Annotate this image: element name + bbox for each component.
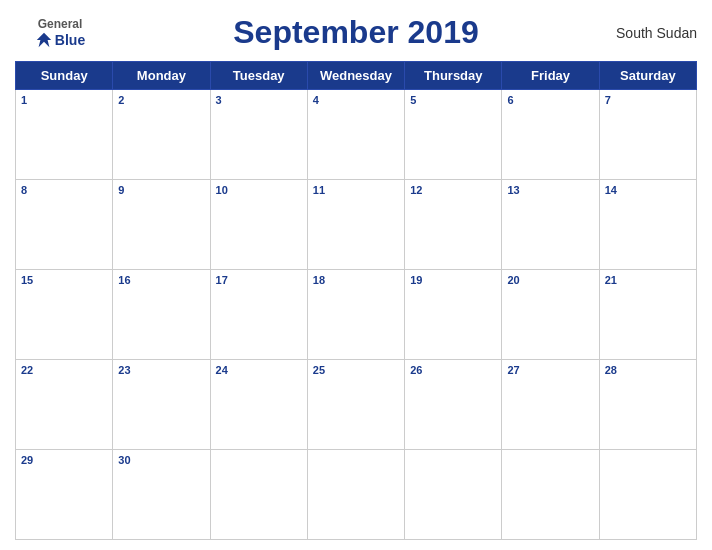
calendar-day-cell: 13 — [502, 180, 599, 270]
calendar-day-cell — [405, 450, 502, 540]
calendar-day-cell: 9 — [113, 180, 210, 270]
day-number: 20 — [507, 274, 519, 286]
svg-marker-0 — [37, 32, 51, 46]
day-number: 6 — [507, 94, 513, 106]
day-number: 18 — [313, 274, 325, 286]
logo-blue: Blue — [35, 31, 85, 49]
calendar-table: Sunday Monday Tuesday Wednesday Thursday… — [15, 61, 697, 540]
calendar-day-cell — [307, 450, 404, 540]
day-number: 16 — [118, 274, 130, 286]
calendar-day-cell: 11 — [307, 180, 404, 270]
calendar-day-cell: 23 — [113, 360, 210, 450]
day-number: 14 — [605, 184, 617, 196]
calendar-day-cell: 1 — [16, 90, 113, 180]
calendar-day-cell: 7 — [599, 90, 696, 180]
day-number: 22 — [21, 364, 33, 376]
calendar-day-cell: 20 — [502, 270, 599, 360]
calendar-day-cell: 25 — [307, 360, 404, 450]
calendar-day-cell: 4 — [307, 90, 404, 180]
calendar-day-cell: 15 — [16, 270, 113, 360]
calendar-week-row: 15161718192021 — [16, 270, 697, 360]
header-friday: Friday — [502, 62, 599, 90]
logo-bird-icon — [35, 31, 53, 49]
calendar-day-cell: 28 — [599, 360, 696, 450]
calendar-day-cell: 19 — [405, 270, 502, 360]
day-number: 15 — [21, 274, 33, 286]
calendar-day-cell — [502, 450, 599, 540]
header-wednesday: Wednesday — [307, 62, 404, 90]
day-number: 25 — [313, 364, 325, 376]
day-number: 29 — [21, 454, 33, 466]
calendar-day-cell: 30 — [113, 450, 210, 540]
calendar-week-row: 22232425262728 — [16, 360, 697, 450]
day-number: 5 — [410, 94, 416, 106]
day-number: 1 — [21, 94, 27, 106]
day-number: 17 — [216, 274, 228, 286]
calendar-day-cell: 18 — [307, 270, 404, 360]
calendar-day-cell: 26 — [405, 360, 502, 450]
calendar-day-cell: 6 — [502, 90, 599, 180]
calendar-week-row: 2930 — [16, 450, 697, 540]
header-thursday: Thursday — [405, 62, 502, 90]
day-number: 30 — [118, 454, 130, 466]
calendar-day-cell — [599, 450, 696, 540]
day-number: 4 — [313, 94, 319, 106]
calendar-week-row: 1234567 — [16, 90, 697, 180]
calendar-day-cell: 17 — [210, 270, 307, 360]
day-number: 19 — [410, 274, 422, 286]
day-number: 8 — [21, 184, 27, 196]
logo-general: General — [38, 17, 83, 31]
logo: General Blue — [15, 17, 105, 49]
day-number: 24 — [216, 364, 228, 376]
header-sunday: Sunday — [16, 62, 113, 90]
calendar-day-cell: 12 — [405, 180, 502, 270]
header-monday: Monday — [113, 62, 210, 90]
day-number: 26 — [410, 364, 422, 376]
header-tuesday: Tuesday — [210, 62, 307, 90]
day-number: 2 — [118, 94, 124, 106]
day-number: 11 — [313, 184, 325, 196]
day-number: 7 — [605, 94, 611, 106]
calendar-day-cell — [210, 450, 307, 540]
calendar-day-cell: 27 — [502, 360, 599, 450]
calendar-day-cell: 24 — [210, 360, 307, 450]
header-saturday: Saturday — [599, 62, 696, 90]
calendar-day-cell: 2 — [113, 90, 210, 180]
day-number: 10 — [216, 184, 228, 196]
day-number: 27 — [507, 364, 519, 376]
calendar-day-cell: 10 — [210, 180, 307, 270]
country-label: South Sudan — [607, 25, 697, 41]
calendar-day-cell: 5 — [405, 90, 502, 180]
calendar-day-cell: 8 — [16, 180, 113, 270]
calendar-week-row: 891011121314 — [16, 180, 697, 270]
day-number: 9 — [118, 184, 124, 196]
calendar-day-cell: 3 — [210, 90, 307, 180]
calendar-title: September 2019 — [233, 14, 478, 51]
calendar-header: General Blue September 2019 South Sudan — [15, 10, 697, 55]
calendar-day-cell: 22 — [16, 360, 113, 450]
weekday-header-row: Sunday Monday Tuesday Wednesday Thursday… — [16, 62, 697, 90]
day-number: 28 — [605, 364, 617, 376]
day-number: 12 — [410, 184, 422, 196]
day-number: 13 — [507, 184, 519, 196]
calendar-day-cell: 29 — [16, 450, 113, 540]
calendar-day-cell: 14 — [599, 180, 696, 270]
day-number: 21 — [605, 274, 617, 286]
day-number: 23 — [118, 364, 130, 376]
day-number: 3 — [216, 94, 222, 106]
calendar-day-cell: 21 — [599, 270, 696, 360]
calendar-day-cell: 16 — [113, 270, 210, 360]
